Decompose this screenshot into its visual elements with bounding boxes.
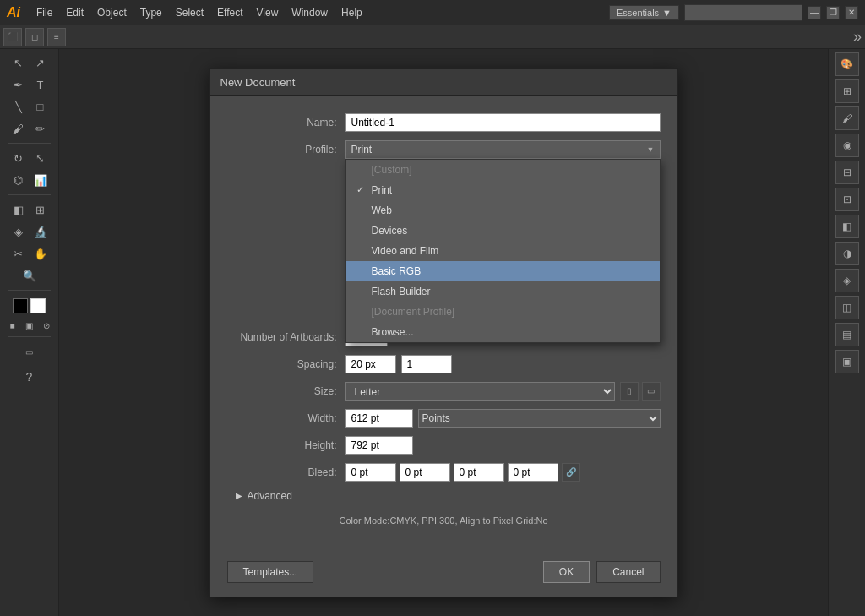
fill-mode-icon[interactable]: ■ (6, 319, 19, 332)
stroke-box[interactable] (30, 298, 46, 313)
tool-row-pen: ✒ T (8, 74, 51, 95)
graph-tool[interactable]: 📊 (30, 170, 51, 190)
selection-tool[interactable]: ↖ (8, 52, 29, 73)
no-fill-icon[interactable]: ⊘ (40, 319, 53, 332)
width-units-select[interactable]: Points (418, 409, 661, 428)
width-row: Width: Points (227, 409, 661, 428)
bleed-bottom-input[interactable] (400, 463, 450, 482)
scale-tool[interactable]: ⤡ (30, 148, 51, 168)
panel-icon-swatches[interactable]: ⊞ (835, 79, 859, 103)
menu-help[interactable]: Help (335, 4, 368, 21)
ok-button[interactable]: OK (543, 561, 590, 583)
tool-row-warp: ⌬ 📊 (8, 170, 51, 190)
mesh-tool[interactable]: ⊞ (30, 199, 51, 220)
type-tool[interactable]: T (30, 74, 51, 95)
scissors-tool[interactable]: ✂ (8, 243, 29, 264)
menu-file[interactable]: File (30, 4, 58, 21)
menu-select[interactable]: Select (170, 4, 209, 21)
dropdown-item-print[interactable]: ✓ Print (346, 180, 660, 200)
bleed-link-icon[interactable]: 🔗 (562, 463, 580, 482)
eyedropper-tool[interactable]: 🔬 (30, 221, 51, 242)
panel-icon-appearance[interactable]: ◈ (835, 269, 859, 292)
profile-label: Profile: (227, 140, 345, 155)
panel-icon-gradient[interactable]: ◑ (835, 242, 859, 265)
height-input[interactable] (345, 436, 413, 455)
zoom-tool[interactable]: 🔍 (19, 265, 40, 286)
essentials-button[interactable]: Essentials ▼ (609, 5, 679, 20)
close-button[interactable]: ✕ (845, 6, 858, 19)
toolbar-icon-1[interactable]: ⬛ (3, 28, 22, 46)
dialog-buttons: Templates... OK Cancel (210, 553, 677, 597)
toolbar-icon-3[interactable]: ≡ (47, 28, 66, 46)
bleed-row: Bleed: 🔗 (227, 463, 661, 482)
blend-tool[interactable]: ◈ (8, 221, 29, 242)
profile-value: Print (351, 144, 373, 155)
profile-select-button[interactable]: Print ▼ (345, 140, 661, 159)
panel-icon-artboards[interactable]: ▣ (835, 350, 859, 373)
panel-icon-layers[interactable]: ▤ (835, 323, 859, 346)
panel-icon-brushes[interactable]: 🖌 (835, 106, 859, 130)
name-input[interactable] (345, 113, 661, 132)
dropdown-item-video-film[interactable]: Video and Film (346, 241, 660, 261)
dropdown-item-devices[interactable]: Devices (346, 221, 660, 241)
dropdown-item-web[interactable]: Web (346, 200, 660, 221)
menu-bar: File Edit Object Type Select Effect View… (30, 4, 368, 21)
right-sidebar: 🎨 ⊞ 🖌 ◉ ⊟ ⊡ ◧ ◑ ◈ ◫ ▤ ▣ (828, 49, 865, 616)
spacing-input[interactable] (345, 355, 396, 373)
advanced-toggle[interactable]: ▶ Advanced (227, 490, 661, 502)
panel-icon-graphic-styles[interactable]: ◫ (835, 296, 859, 319)
tool-row-select: ↖ ↗ (8, 52, 51, 73)
new-document-dialog: New Document Name: Profile: Print ▼ (209, 68, 678, 597)
line-tool[interactable]: ╲ (8, 96, 29, 117)
panel-icon-symbols[interactable]: ◉ (835, 134, 859, 157)
change-screen-mode[interactable]: ▭ (19, 341, 40, 362)
rotate-tool[interactable]: ↻ (8, 148, 29, 168)
size-row: Size: Letter ▯ ▭ (227, 382, 661, 401)
titlebar-left: Ai File Edit Object Type Select Effect V… (7, 4, 368, 21)
app-logo: Ai (7, 5, 20, 20)
profile-dropdown-container: Print ▼ [Custom] ✓ (345, 140, 661, 159)
height-row: Height: (227, 436, 661, 455)
portrait-button[interactable]: ▯ (620, 382, 639, 401)
dropdown-item-flash[interactable]: Flash Builder (346, 281, 660, 302)
bleed-top-input[interactable] (345, 463, 396, 482)
panel-icon-pathfinder[interactable]: ◧ (835, 215, 859, 238)
gradient-tool[interactable]: ◧ (8, 199, 29, 220)
gradient-fill-icon[interactable]: ▣ (23, 319, 36, 332)
menu-window[interactable]: Window (286, 4, 334, 21)
panel-icon-transform[interactable]: ⊡ (835, 188, 859, 211)
minimize-button[interactable]: — (808, 6, 821, 19)
menu-type[interactable]: Type (134, 4, 168, 21)
toolbar-icon-2[interactable]: ◻ (25, 28, 44, 46)
maximize-button[interactable]: ❐ (826, 6, 840, 19)
pencil-tool[interactable]: ✏ (30, 118, 51, 139)
dropdown-item-basic-rgb[interactable]: Basic RGB (346, 261, 660, 281)
size-select[interactable]: Letter (345, 382, 615, 401)
hand-tool[interactable]: ✋ (30, 243, 51, 264)
bleed-right-input[interactable] (508, 463, 558, 482)
menu-effect[interactable]: Effect (211, 4, 248, 21)
help-icon[interactable]: ? (19, 367, 40, 387)
bleed-inputs: 🔗 (345, 463, 580, 482)
landscape-button[interactable]: ▭ (642, 382, 661, 401)
width-input[interactable] (345, 409, 413, 428)
templates-button[interactable]: Templates... (227, 561, 314, 583)
menu-edit[interactable]: Edit (60, 4, 90, 21)
titlebar-right: Essentials ▼ — ❐ ✕ (609, 4, 858, 21)
fill-box[interactable] (13, 298, 28, 313)
panel-toggle-icon[interactable]: » (853, 28, 862, 46)
panel-icon-color[interactable]: 🎨 (835, 52, 859, 76)
direct-select-tool[interactable]: ↗ (30, 52, 51, 73)
columns-input[interactable] (401, 355, 452, 373)
cancel-button[interactable]: Cancel (596, 561, 660, 583)
warp-tool[interactable]: ⌬ (8, 170, 29, 190)
panel-icon-align[interactable]: ⊟ (835, 161, 859, 184)
menu-view[interactable]: View (251, 4, 285, 21)
dropdown-item-browse[interactable]: Browse... (346, 322, 660, 342)
search-input[interactable] (684, 4, 802, 21)
pen-tool[interactable]: ✒ (8, 74, 29, 95)
paintbrush-tool[interactable]: 🖌 (8, 118, 29, 139)
menu-object[interactable]: Object (91, 4, 133, 21)
bleed-left-input[interactable] (454, 463, 504, 482)
rect-tool[interactable]: □ (30, 96, 51, 117)
